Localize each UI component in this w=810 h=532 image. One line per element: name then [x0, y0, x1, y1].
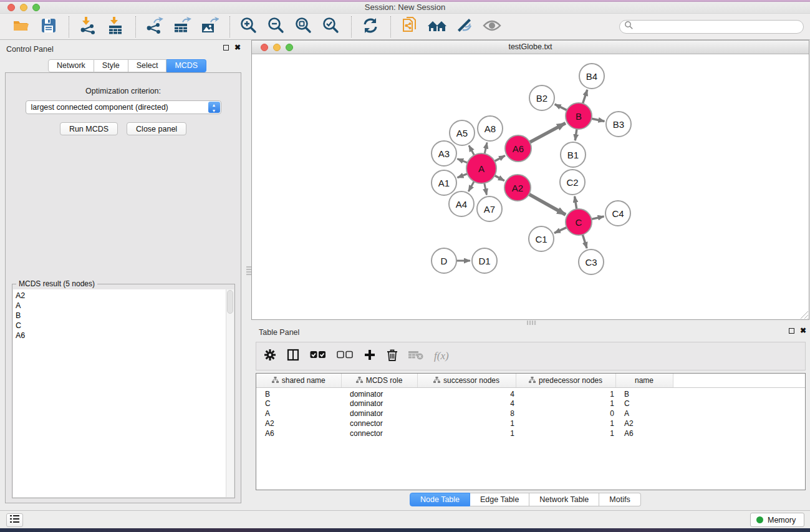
task-history-button[interactable] — [6, 513, 23, 527]
vertical-split-grabber[interactable] — [246, 266, 251, 276]
function-builder-button[interactable]: f(x) — [434, 350, 449, 362]
graph-edge-A-A8[interactable] — [485, 142, 487, 154]
mcds-result-item[interactable]: C — [16, 321, 226, 331]
hide-graphics-details-button[interactable] — [453, 16, 476, 37]
table-row[interactable]: A2connector11A2 — [256, 418, 805, 428]
tab-network[interactable]: Network — [48, 59, 94, 72]
graph-edge-A2-C[interactable] — [528, 194, 566, 215]
mcds-result-scrollbar[interactable] — [226, 289, 234, 497]
minimize-window-button[interactable] — [20, 4, 27, 11]
graph-edge-C-C2[interactable] — [575, 196, 577, 210]
unselect-all-columns-button[interactable] — [337, 351, 353, 362]
column-header-name[interactable]: name — [615, 374, 673, 387]
mcds-result-item[interactable]: A2 — [16, 291, 226, 301]
table-cell[interactable]: connector — [341, 418, 417, 428]
tab-motifs[interactable]: Motifs — [599, 493, 640, 506]
tab-select[interactable]: Select — [128, 59, 167, 72]
graph-edge-A-A5[interactable] — [469, 145, 475, 156]
float-panel-icon[interactable] — [789, 328, 794, 334]
close-window-button[interactable] — [7, 4, 15, 11]
column-header-successor-nodes[interactable]: successor nodes — [417, 374, 516, 387]
table-cell[interactable]: A6 — [615, 428, 673, 438]
table-cell[interactable]: 1 — [417, 418, 516, 428]
import-network-button[interactable] — [77, 16, 99, 37]
column-header-shared-name[interactable]: shared name — [256, 374, 341, 387]
mcds-result-item[interactable]: A6 — [16, 331, 226, 341]
graph-edge-C-C3[interactable] — [582, 234, 587, 248]
table-row[interactable]: Adominator80A — [256, 409, 805, 418]
memory-button[interactable]: Memory — [750, 513, 804, 527]
graph-edge-A6-B[interactable] — [529, 123, 566, 142]
close-panel-icon[interactable]: ✖ — [800, 328, 806, 334]
close-panel-button[interactable]: Close panel — [127, 122, 186, 135]
table-cell[interactable]: 8 — [417, 409, 516, 418]
export-table-button[interactable] — [171, 16, 193, 37]
tab-network-table[interactable]: Network Table — [529, 493, 599, 506]
network-from-clipboard-button[interactable] — [398, 16, 421, 37]
table-cell[interactable]: C — [615, 399, 673, 409]
mcds-result-item[interactable]: A — [16, 301, 226, 311]
search-field[interactable] — [619, 20, 804, 34]
table-cell[interactable]: A2 — [256, 418, 341, 428]
table-cell[interactable]: B — [256, 387, 341, 399]
table-cell[interactable]: dominator — [341, 409, 417, 418]
tab-edge-table[interactable]: Edge Table — [470, 493, 529, 506]
tab-node-table[interactable]: Node Table — [410, 493, 470, 506]
graph-edge-C-C1[interactable] — [554, 227, 567, 233]
refresh-button[interactable] — [359, 16, 382, 37]
graph-edge-A-A4[interactable] — [468, 181, 474, 191]
delete-table-button[interactable] — [408, 350, 423, 362]
graph-edge-A-A3[interactable] — [457, 159, 468, 163]
network-zoom-button[interactable] — [286, 44, 293, 51]
table-row[interactable]: Cdominator41C — [256, 399, 805, 409]
network-graph[interactable]: AA1A3A5A8A4A7A6A2BB2B4B3B1C2CC4C1C3DD1 — [252, 54, 809, 319]
table-cell[interactable]: C — [256, 399, 341, 409]
graph-edge-A-A7[interactable] — [485, 183, 487, 195]
open-app-home-button[interactable] — [426, 16, 448, 37]
delete-column-button[interactable] — [387, 349, 398, 364]
table-row[interactable]: Bdominator41B — [256, 387, 805, 399]
graph-edge-B-B2[interactable] — [555, 104, 567, 110]
network-window-titlebar[interactable]: testGlobe.txt — [252, 41, 809, 54]
select-all-columns-button[interactable] — [310, 351, 326, 362]
table-cell[interactable]: connector — [341, 428, 417, 438]
export-network-button[interactable] — [143, 16, 166, 37]
create-column-button[interactable] — [364, 349, 376, 364]
search-input[interactable] — [634, 21, 803, 32]
table-cell[interactable]: 4 — [417, 387, 516, 399]
graph-edge-A-A1[interactable] — [457, 173, 468, 178]
show-graphics-details-button[interactable] — [481, 16, 503, 37]
table-cell[interactable]: 4 — [417, 399, 516, 409]
table-cell[interactable]: 1 — [417, 428, 516, 438]
open-session-button[interactable] — [10, 16, 32, 37]
table-row[interactable]: A6connector11A6 — [256, 428, 805, 438]
network-close-button[interactable] — [261, 44, 268, 51]
network-canvas[interactable]: AA1A3A5A8A4A7A6A2BB2B4B3B1C2CC4C1C3DD1 — [252, 54, 809, 319]
run-mcds-button[interactable]: Run MCDS — [60, 122, 118, 135]
table-cell[interactable]: 1 — [516, 428, 615, 438]
table-cell[interactable]: 0 — [516, 409, 615, 418]
column-header-mcds-role[interactable]: MCDS role — [341, 374, 417, 387]
column-header-predecessor-nodes[interactable]: predecessor nodes — [516, 374, 615, 387]
table-cell[interactable]: dominator — [341, 399, 417, 409]
show-column-button[interactable] — [287, 349, 299, 364]
table-cell[interactable]: 1 — [516, 387, 615, 399]
graph-edge-B-B4[interactable] — [582, 90, 587, 104]
graph-edge-A-A6[interactable] — [494, 155, 505, 162]
table-cell[interactable]: A — [615, 409, 673, 418]
graph-edge-B-B1[interactable] — [575, 128, 577, 140]
zoom-fit-button[interactable] — [292, 16, 315, 37]
zoom-window-button[interactable] — [32, 4, 40, 11]
zoom-out-button[interactable] — [265, 16, 287, 37]
close-panel-icon[interactable]: ✖ — [234, 45, 241, 51]
node-table[interactable]: shared name MCDS role successor nodes pr… — [256, 373, 806, 490]
zoom-in-button[interactable] — [238, 16, 260, 37]
tab-mcds[interactable]: MCDS — [166, 59, 206, 72]
table-cell[interactable]: 1 — [516, 418, 615, 428]
graph-edge-B-B3[interactable] — [591, 118, 605, 121]
save-session-button[interactable] — [37, 16, 60, 37]
table-cell[interactable]: A6 — [256, 428, 341, 438]
table-cell[interactable]: B — [615, 387, 673, 399]
float-panel-icon[interactable] — [223, 45, 229, 51]
table-cell[interactable]: A2 — [615, 418, 673, 428]
